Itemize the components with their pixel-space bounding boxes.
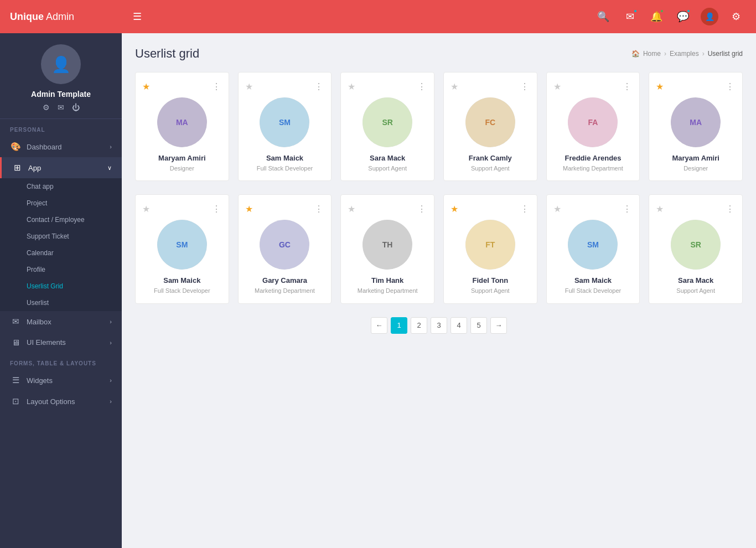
user-grid-row2: ★ ⋮ SM Sam Maick Full Stack Developer ★ … xyxy=(135,194,743,303)
pagination-page-4[interactable]: 4 xyxy=(451,317,467,334)
card-name-7: Sam Maick xyxy=(163,276,200,285)
pagination-page-5[interactable]: 5 xyxy=(470,317,487,334)
card-top-3: ★ ⋮ xyxy=(348,81,427,92)
star-2[interactable]: ★ xyxy=(245,81,253,92)
card-role-1: Designer xyxy=(170,164,194,173)
star-4[interactable]: ★ xyxy=(451,81,458,92)
star-9[interactable]: ★ xyxy=(348,204,355,214)
submenu-userlist-grid[interactable]: Userlist Grid xyxy=(0,278,122,294)
user-card-3[interactable]: ★ ⋮ SR Sara Mack Support Agent xyxy=(340,72,434,181)
profile-name: Admin Template xyxy=(31,90,91,99)
avatar-3: SR xyxy=(363,97,412,147)
star-10[interactable]: ★ xyxy=(451,204,458,214)
star-8[interactable]: ★ xyxy=(245,204,253,214)
breadcrumb: 🏠 Home › Examples › Userlist grid xyxy=(631,50,743,58)
dashboard-arrow: › xyxy=(110,143,112,150)
dots-5[interactable]: ⋮ xyxy=(623,81,633,92)
user-avatar-header[interactable]: 👤 xyxy=(701,8,718,25)
submenu-support-ticket[interactable]: Support Ticket xyxy=(0,228,122,245)
dots-10[interactable]: ⋮ xyxy=(520,204,530,214)
mailbox-icon: ✉ xyxy=(10,317,21,327)
breadcrumb-examples[interactable]: Examples xyxy=(670,50,699,58)
dots-6[interactable]: ⋮ xyxy=(726,81,736,92)
menu-toggle-button[interactable]: ☰ xyxy=(133,11,142,23)
card-role-8: Marketing Department xyxy=(255,287,315,295)
user-card-2[interactable]: ★ ⋮ SM Sam Maick Full Stack Developer xyxy=(238,72,332,181)
sidebar-item-dashboard[interactable]: 🎨 Dashboard › xyxy=(0,136,122,157)
search-icon[interactable]: 🔍 xyxy=(594,8,612,25)
sidebar-item-app[interactable]: ⊞ App ∨ xyxy=(0,157,122,178)
submenu-chat-app[interactable]: Chat app xyxy=(0,178,122,195)
app-submenu: Chat app Project Contact / Employee Supp… xyxy=(0,178,122,311)
page-content: Userlist grid 🏠 Home › Examples › Userli… xyxy=(122,33,756,548)
sidebar-logo: Unique Admin xyxy=(0,0,122,33)
main-content: ☰ 🔍 ✉ 🔔 💬 👤 ⚙ Userlist grid 🏠 Home › Exa… xyxy=(122,0,756,548)
dashboard-label: Dashboard xyxy=(27,143,110,151)
dots-11[interactable]: ⋮ xyxy=(623,204,633,214)
submenu-project[interactable]: Project xyxy=(0,195,122,211)
card-name-12: Sara Mack xyxy=(678,276,713,285)
star-11[interactable]: ★ xyxy=(553,204,561,214)
pagination-page-1[interactable]: 1 xyxy=(391,317,407,334)
user-card-1[interactable]: ★ ⋮ MA Maryam Amiri Designer xyxy=(135,72,229,181)
star-7[interactable]: ★ xyxy=(142,204,150,214)
settings-icon[interactable]: ⚙ xyxy=(43,103,50,112)
star-5[interactable]: ★ xyxy=(553,81,561,92)
submenu-userlist[interactable]: Userlist xyxy=(0,294,122,311)
ui-elements-icon: 🖥 xyxy=(10,338,21,347)
breadcrumb-home[interactable]: Home xyxy=(643,50,661,58)
submenu-profile[interactable]: Profile xyxy=(0,261,122,278)
card-top-12: ★ ⋮ xyxy=(656,204,736,214)
pagination-next[interactable]: → xyxy=(490,317,507,334)
user-card-7[interactable]: ★ ⋮ SM Sam Maick Full Stack Developer xyxy=(135,194,229,303)
star-1[interactable]: ★ xyxy=(142,81,150,92)
dots-3[interactable]: ⋮ xyxy=(417,81,427,92)
card-top-11: ★ ⋮ xyxy=(553,204,633,214)
sidebar-item-ui-elements[interactable]: 🖥 UI Elements › xyxy=(0,332,122,353)
card-top-10: ★ ⋮ xyxy=(451,204,530,214)
notification-badge xyxy=(660,9,664,13)
notifications-icon[interactable]: 🔔 xyxy=(648,8,665,25)
pagination-prev[interactable]: ← xyxy=(371,317,387,334)
submenu-contact-employee[interactable]: Contact / Employee xyxy=(0,211,122,228)
card-role-6: Designer xyxy=(683,164,708,173)
user-card-10[interactable]: ★ ⋮ FT Fidel Tonn Support Agent xyxy=(443,194,537,303)
star-12[interactable]: ★ xyxy=(656,204,664,214)
mail-header-icon[interactable]: ✉ xyxy=(621,8,639,25)
dots-8[interactable]: ⋮ xyxy=(314,204,324,214)
page-header: Userlist grid 🏠 Home › Examples › Userli… xyxy=(135,46,743,61)
pagination-page-2[interactable]: 2 xyxy=(411,317,427,334)
avatar-5: FA xyxy=(568,97,618,147)
submenu-calendar[interactable]: Calendar xyxy=(0,245,122,261)
star-6[interactable]: ★ xyxy=(656,81,664,92)
header: ☰ 🔍 ✉ 🔔 💬 👤 ⚙ xyxy=(122,0,756,33)
dots-12[interactable]: ⋮ xyxy=(726,204,736,214)
dots-4[interactable]: ⋮ xyxy=(520,81,530,92)
dots-7[interactable]: ⋮ xyxy=(212,204,222,214)
user-card-4[interactable]: ★ ⋮ FC Frank Camly Support Agent xyxy=(443,72,537,181)
sidebar-item-mailbox[interactable]: ✉ Mailbox › xyxy=(0,311,122,332)
user-card-9[interactable]: ★ ⋮ TH Tim Hank Marketing Department xyxy=(340,194,434,303)
dots-1[interactable]: ⋮ xyxy=(212,81,222,92)
profile-icons: ⚙ ✉ ⏻ xyxy=(43,103,80,112)
user-card-12[interactable]: ★ ⋮ SR Sara Mack Support Agent xyxy=(649,194,743,303)
sidebar-item-layout-options[interactable]: ⊡ Layout Options › xyxy=(0,391,122,412)
user-card-5[interactable]: ★ ⋮ FA Freddie Arendes Marketing Departm… xyxy=(546,72,640,181)
user-card-8[interactable]: ★ ⋮ GC Gary Camara Marketing Department xyxy=(238,194,332,303)
user-card-6[interactable]: ★ ⋮ MA Maryam Amiri Designer xyxy=(649,72,743,181)
settings-header-icon[interactable]: ⚙ xyxy=(727,8,745,25)
sidebar-item-widgets[interactable]: ☰ Widgets › xyxy=(0,370,122,391)
dots-9[interactable]: ⋮ xyxy=(417,204,427,214)
power-icon[interactable]: ⏻ xyxy=(72,103,80,112)
star-3[interactable]: ★ xyxy=(348,81,355,92)
card-role-4: Support Agent xyxy=(471,164,510,173)
avatar-8: GC xyxy=(260,220,309,270)
chat-header-icon[interactable]: 💬 xyxy=(674,8,692,25)
dots-2[interactable]: ⋮ xyxy=(314,81,324,92)
mail-icon[interactable]: ✉ xyxy=(58,103,64,112)
pagination-page-3[interactable]: 3 xyxy=(431,317,447,334)
user-card-11[interactable]: ★ ⋮ SM Sam Maick Full Stack Developer xyxy=(546,194,640,303)
avatar-7: SM xyxy=(157,220,207,270)
profile-avatar: 👤 xyxy=(41,44,81,84)
avatar-1: MA xyxy=(157,97,207,147)
